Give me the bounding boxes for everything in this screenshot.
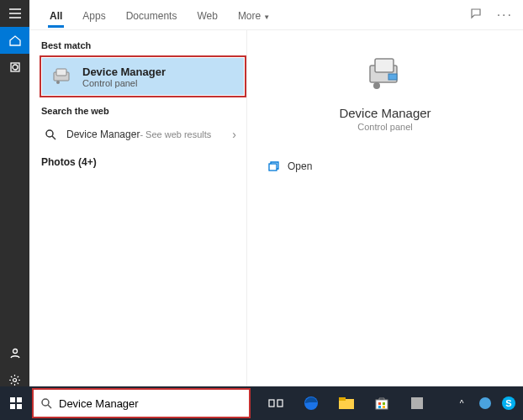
svg-rect-17 xyxy=(10,404,15,409)
svg-rect-18 xyxy=(17,404,22,409)
svg-rect-26 xyxy=(378,402,381,405)
account-icon[interactable] xyxy=(0,339,29,366)
open-action[interactable]: Open xyxy=(264,155,506,177)
start-button[interactable] xyxy=(0,386,32,420)
task-view-icon[interactable] xyxy=(261,386,291,420)
tab-more[interactable]: More▼ xyxy=(228,3,280,27)
more-options-icon[interactable]: ··· xyxy=(497,8,513,23)
edge-icon[interactable] xyxy=(296,386,326,420)
tab-documents[interactable]: Documents xyxy=(116,3,188,27)
file-explorer-icon[interactable] xyxy=(331,386,362,420)
web-result-text: Device Manager xyxy=(66,129,140,140)
tab-web[interactable]: Web xyxy=(187,3,227,27)
svg-rect-7 xyxy=(56,69,66,76)
hamburger-icon[interactable] xyxy=(0,0,29,27)
recent-icon[interactable] xyxy=(0,54,29,81)
svg-rect-27 xyxy=(383,402,385,405)
search-icon xyxy=(40,397,52,409)
svg-rect-13 xyxy=(388,74,397,80)
section-best-match: Best match xyxy=(40,37,246,55)
search-box-highlight xyxy=(32,388,251,418)
search-input[interactable] xyxy=(59,397,242,410)
section-search-web: Search the web xyxy=(40,102,246,121)
best-match-title: Device Manager xyxy=(82,66,166,78)
best-match-result[interactable]: Device Manager Control panel xyxy=(42,58,244,95)
detail-device-manager-icon xyxy=(365,54,405,94)
svg-rect-24 xyxy=(339,397,346,401)
svg-rect-25 xyxy=(376,400,388,409)
tab-all[interactable]: All xyxy=(40,3,72,27)
section-photos[interactable]: Photos (4+) xyxy=(40,148,246,176)
web-result-item[interactable]: Device Manager - See web results › xyxy=(40,121,246,148)
svg-point-9 xyxy=(46,130,53,137)
search-icon xyxy=(45,129,60,140)
svg-point-8 xyxy=(56,81,60,84)
svg-rect-16 xyxy=(17,397,22,402)
tab-apps[interactable]: Apps xyxy=(72,3,115,27)
svg-point-2 xyxy=(13,349,17,354)
svg-rect-30 xyxy=(411,397,423,409)
taskbar: ^ S xyxy=(0,386,523,420)
svg-rect-15 xyxy=(10,397,15,402)
svg-rect-14 xyxy=(269,164,277,171)
web-result-subtitle: - See web results xyxy=(140,129,211,139)
chevron-down-icon: ▼ xyxy=(263,13,270,21)
chevron-right-icon: › xyxy=(232,128,241,141)
home-icon[interactable] xyxy=(0,27,29,54)
detail-pane: Device Manager Control panel Open xyxy=(246,30,523,420)
svg-rect-21 xyxy=(277,400,283,407)
svg-point-31 xyxy=(479,397,491,409)
svg-point-3 xyxy=(13,378,17,381)
feedback-icon[interactable] xyxy=(470,8,482,23)
open-label: Open xyxy=(288,160,312,172)
svg-rect-20 xyxy=(269,400,274,407)
device-manager-icon xyxy=(50,65,74,88)
tray-app-icon[interactable] xyxy=(476,394,494,412)
svg-rect-28 xyxy=(378,406,381,408)
skype-icon[interactable]: S xyxy=(499,394,518,412)
highlight-annotation: Device Manager Control panel xyxy=(40,55,246,97)
navigation-rail xyxy=(0,0,29,420)
app-icon[interactable] xyxy=(402,386,432,420)
open-icon xyxy=(267,160,279,172)
svg-point-19 xyxy=(42,399,49,406)
svg-rect-29 xyxy=(383,406,385,408)
search-tabs: All Apps Documents Web More▼ ··· xyxy=(29,0,523,30)
best-match-subtitle: Control panel xyxy=(82,78,166,88)
svg-point-1 xyxy=(13,65,18,70)
detail-subtitle: Control panel xyxy=(264,122,506,132)
tray-chevron-icon[interactable]: ^ xyxy=(452,394,471,412)
svg-point-12 xyxy=(373,82,380,89)
svg-rect-11 xyxy=(375,59,394,72)
store-icon[interactable] xyxy=(367,386,397,420)
svg-text:S: S xyxy=(505,398,511,408)
detail-title: Device Manager xyxy=(264,106,506,120)
